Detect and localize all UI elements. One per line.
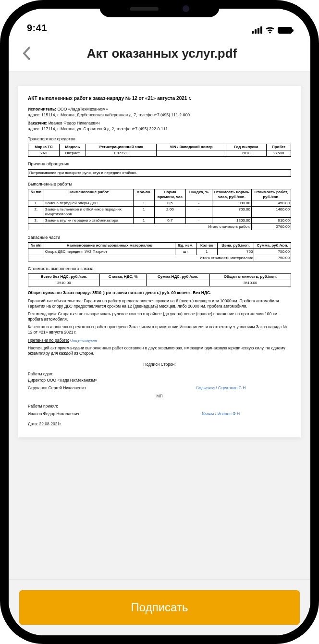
recommendations: Рекомендации: Стараться не выворачивать … (28, 311, 291, 322)
phone-frame: 9:41 Акт оказанных услуг.pdf АКТ выполне… (0, 0, 319, 644)
phone-notch (99, 0, 220, 17)
document-preview: АКТ выполненных работ к заказ-наряду № 1… (18, 86, 301, 437)
signature-row-1: Струганов Сергей Николаевич Струганов / … (28, 385, 291, 391)
cost-heading: Стоимость выполненного заказа (28, 266, 291, 272)
sig-title: Подписи Сторон: (28, 362, 291, 367)
works-table: № п/п Наименование работ Кол-во Норма вр… (28, 189, 291, 230)
status-icons (252, 26, 292, 34)
chevron-left-icon (22, 47, 31, 60)
screen: 9:41 Акт оказанных услуг.pdf АКТ выполне… (9, 9, 310, 635)
battery-icon (278, 27, 292, 34)
signature-row-2: Иванов Федор Николаевич Иванов / Иванов … (28, 411, 291, 417)
doc-date: Дата: 22.08.2021г. (28, 421, 291, 427)
claims: Претензии по работе: Отсутствуют (28, 338, 291, 343)
quality: Качество выполненных ремонтных работ про… (28, 324, 291, 334)
reason-text: Потрескивание при повороте руля, стук в … (28, 169, 291, 177)
accepted-label: Работы принял: (28, 404, 291, 409)
speaker-grille (130, 7, 159, 11)
back-button[interactable] (18, 45, 35, 62)
executor-addr: адрес: 115114, г. Москва, Дербеневская н… (28, 112, 291, 118)
warranty: Гарантийные обязательства: Гарантия на р… (28, 298, 291, 309)
app-header: Акт оказанных услуг.pdf (9, 37, 310, 72)
status-time: 9:41 (27, 23, 47, 34)
customer-addr: адрес: 117114, г. Москва, ул. Строителей… (28, 126, 291, 132)
customer-line: Заказчик: Иванов Федор Николаевич (28, 121, 291, 126)
director-title: Директор ООО «ЛадаТехМеханизм» (28, 378, 291, 383)
vehicle-heading: Транспортное средство (28, 136, 291, 142)
reason-heading: Причина обращения (28, 161, 291, 167)
parts-table: № п/п Наименование использованных матери… (28, 242, 291, 261)
parts-heading: Запасные части (28, 235, 291, 240)
copies: Настоящий акт приема-сдачи выполненных р… (28, 346, 291, 356)
content-area[interactable]: АКТ выполненных работ к заказ-наряду № 1… (9, 72, 310, 579)
cost-table: Всего без НДС, руб./коп. Ставка, НДС, % … (28, 273, 291, 286)
works-heading: Выполненные работы (28, 182, 291, 187)
submitted-label: Работы сдал: (28, 372, 291, 377)
page-title: Акт оказанных услуг.pdf (42, 46, 282, 61)
front-camera (183, 5, 189, 12)
wifi-icon (265, 26, 275, 34)
grand-total: Общая сумма по Заказ-наряду: 3510 (три т… (28, 290, 291, 296)
doc-title: АКТ выполненных работ к заказ-наряду № 1… (28, 96, 291, 102)
mp-stamp: МП (28, 394, 291, 399)
cellular-icon (252, 26, 262, 34)
sign-button[interactable]: Подписать (19, 590, 300, 625)
footer: Подписать (9, 579, 310, 635)
vehicle-table: Марка ТС Модель Регистрационный знак VIN… (28, 144, 291, 157)
executor-line: Исполнитель: ООО «ЛадаТехМеханизм» (28, 107, 291, 112)
